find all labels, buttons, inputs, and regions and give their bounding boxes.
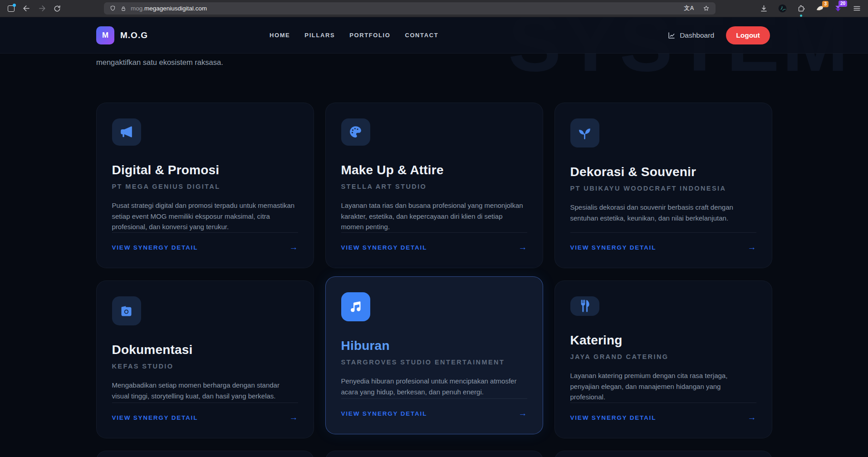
nav-link-home[interactable]: HOME bbox=[270, 32, 290, 39]
synergy-card: Digital & Promosi PT MEGA GENIUS DIGITAL… bbox=[96, 103, 314, 268]
card-company: STARGROVES STUDIO ENTERTAINMENT bbox=[341, 359, 527, 366]
puzzle-icon bbox=[797, 4, 805, 13]
card-company: STELLA ART STUDIO bbox=[341, 183, 527, 190]
logo-icon: M bbox=[96, 26, 114, 44]
translate-button[interactable]: 文A bbox=[684, 5, 694, 12]
download-button[interactable] bbox=[759, 4, 769, 14]
hamburger-menu-icon bbox=[853, 4, 861, 13]
card-company: JAYA GRAND CATERING bbox=[570, 353, 756, 360]
card-description: Layanan tata rias dan busana profesional… bbox=[341, 200, 527, 232]
extension-badge-count: 3 bbox=[822, 1, 829, 7]
card-footer: VIEW SYNERGY DETAIL → bbox=[570, 232, 756, 252]
forward-button[interactable] bbox=[37, 4, 46, 13]
arrow-right-icon[interactable]: → bbox=[519, 242, 527, 252]
card-footer: VIEW SYNERGY DETAIL → bbox=[341, 398, 527, 418]
synergy-card-partial bbox=[554, 451, 772, 457]
download-icon bbox=[760, 4, 768, 13]
card-company: KEFAS STUDIO bbox=[112, 363, 298, 370]
card-company: PT MEGA GENIUS DIGITAL bbox=[112, 183, 298, 190]
menu-button[interactable] bbox=[852, 4, 862, 14]
back-button[interactable] bbox=[22, 4, 31, 13]
music-note-icon bbox=[341, 292, 370, 321]
nav-link-pillars[interactable]: PILLARS bbox=[304, 32, 335, 39]
extension-badge-count: 20 bbox=[839, 0, 847, 7]
dashboard-link[interactable]: Dashboard bbox=[667, 31, 714, 39]
synergy-card-partial bbox=[325, 451, 543, 457]
lock-icon[interactable] bbox=[120, 5, 127, 12]
synergy-card-partial bbox=[96, 451, 314, 457]
shield-icon[interactable] bbox=[109, 5, 116, 12]
extension-puzzle[interactable] bbox=[796, 4, 806, 14]
nav-link-contact[interactable]: CONTACT bbox=[405, 32, 438, 39]
view-synergy-detail-link[interactable]: VIEW SYNERGY DETAIL bbox=[341, 410, 427, 417]
card-footer: VIEW SYNERGY DETAIL → bbox=[112, 403, 298, 423]
dashboard-label: Dashboard bbox=[680, 31, 714, 39]
brand[interactable]: M M.O.G bbox=[96, 26, 148, 44]
synergy-card: Katering JAYA GRAND CATERING Layanan kat… bbox=[554, 280, 772, 438]
synergy-card: Make Up & Attire STELLA ART STUDIO Layan… bbox=[325, 103, 543, 268]
card-title: Dekorasi & Souvenir bbox=[570, 165, 756, 179]
extension-status-dot bbox=[800, 15, 802, 17]
url-subdomain: mog. bbox=[131, 5, 144, 12]
tab-overview-button[interactable] bbox=[6, 4, 15, 13]
arrow-right-icon[interactable]: → bbox=[748, 413, 756, 423]
card-description: Penyedia hiburan profesional untuk menci… bbox=[341, 376, 527, 397]
card-title: Make Up & Attire bbox=[341, 163, 527, 177]
bookmark-star-icon[interactable] bbox=[702, 5, 710, 12]
card-description: Layanan katering premium dengan cita ras… bbox=[570, 370, 756, 403]
megaphone-icon bbox=[112, 118, 141, 146]
forward-arrow-icon bbox=[38, 4, 46, 13]
card-description: Spesialis dekorasi dan souvenir berbasis… bbox=[570, 202, 756, 223]
view-synergy-detail-link[interactable]: VIEW SYNERGY DETAIL bbox=[570, 244, 657, 251]
card-company: PT UBIKAYU WOODCRAFT INDONESIA bbox=[570, 185, 756, 192]
reload-button[interactable] bbox=[53, 4, 62, 13]
dark-globe-icon bbox=[778, 4, 787, 13]
site-navbar: M M.O.G HOME PILLARS PORTFOLIO CONTACT D… bbox=[0, 17, 868, 54]
back-arrow-icon bbox=[22, 4, 31, 13]
view-synergy-detail-link[interactable]: VIEW SYNERGY DETAIL bbox=[570, 414, 657, 421]
arrow-right-icon[interactable]: → bbox=[289, 413, 298, 423]
arrow-right-icon[interactable]: → bbox=[519, 408, 527, 418]
seedling-icon bbox=[570, 118, 599, 147]
card-title: Hiburan bbox=[341, 339, 527, 353]
palette-icon bbox=[341, 118, 370, 146]
synergy-card: Hiburan STARGROVES STUDIO ENTERTAINMENT … bbox=[325, 276, 543, 434]
synergy-card: Dokumentasi KEFAS STUDIO Mengabadikan se… bbox=[96, 280, 314, 438]
extension-with-badge-20[interactable]: 20 bbox=[833, 4, 843, 14]
utensils-icon bbox=[570, 296, 599, 316]
synergy-card: Dekorasi & Souvenir PT UBIKAYU WOODCRAFT… bbox=[554, 103, 772, 268]
card-title: Digital & Promosi bbox=[112, 163, 298, 177]
view-synergy-detail-link[interactable]: VIEW SYNERGY DETAIL bbox=[112, 244, 198, 251]
card-footer: VIEW SYNERGY DETAIL → bbox=[341, 232, 527, 252]
card-description: Mengabadikan setiap momen berharga denga… bbox=[112, 380, 298, 401]
arrow-right-icon[interactable]: → bbox=[289, 242, 298, 252]
extension-dark-globe[interactable] bbox=[777, 4, 787, 14]
notification-dot bbox=[13, 4, 16, 7]
nav-link-portfolio[interactable]: PORTFOLIO bbox=[349, 32, 390, 39]
extension-with-badge-3[interactable]: 3 bbox=[814, 4, 824, 14]
reload-icon bbox=[53, 5, 61, 13]
url-bar[interactable]: mog.megageniusdigital.com 文A bbox=[104, 2, 716, 15]
logout-button[interactable]: Logout bbox=[726, 26, 770, 44]
arrow-right-icon[interactable]: → bbox=[748, 242, 756, 252]
synergy-grid: Digital & Promosi PT MEGA GENIUS DIGITAL… bbox=[96, 103, 772, 457]
nav-links: HOME PILLARS PORTFOLIO CONTACT bbox=[270, 32, 438, 39]
browser-chrome: mog.megageniusdigital.com 文A 3 20 bbox=[0, 0, 868, 17]
view-synergy-detail-link[interactable]: VIEW SYNERGY DETAIL bbox=[112, 414, 198, 421]
webpage: SYSTEM M M.O.G HOME PILLARS PORTFOLIO CO… bbox=[0, 17, 868, 457]
card-footer: VIEW SYNERGY DETAIL → bbox=[112, 232, 298, 252]
view-synergy-detail-link[interactable]: VIEW SYNERGY DETAIL bbox=[341, 244, 427, 251]
card-footer: VIEW SYNERGY DETAIL → bbox=[570, 403, 756, 423]
camera-icon bbox=[112, 296, 141, 325]
url-host: megageniusdigital.com bbox=[144, 5, 207, 12]
hero-tagline: mengaktifkan satu ekosistem raksasa. bbox=[96, 57, 868, 67]
card-description: Pusat strategi digital dan promosi terpa… bbox=[112, 200, 298, 232]
card-title: Katering bbox=[570, 333, 756, 348]
chart-line-icon bbox=[667, 31, 676, 39]
url-input[interactable]: mog.megageniusdigital.com bbox=[131, 5, 207, 12]
brand-name: M.O.G bbox=[120, 30, 148, 40]
card-title: Dokumentasi bbox=[112, 343, 298, 357]
